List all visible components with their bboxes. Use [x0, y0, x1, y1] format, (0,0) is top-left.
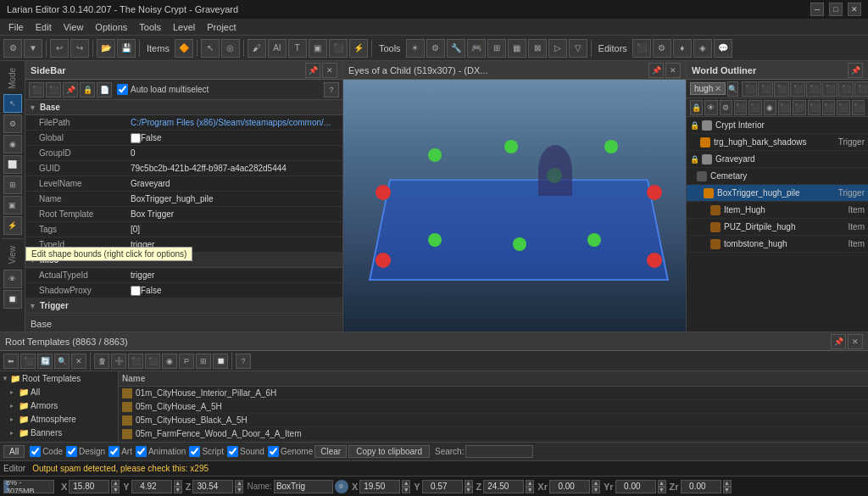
prop-global-cb[interactable] — [131, 133, 141, 143]
handle-red-4[interactable] — [647, 253, 662, 268]
prop-filepath-value[interactable]: C:/Program Files (x86)/Steam/steamapps/c… — [127, 118, 342, 127]
coord-x2-up[interactable]: ▲ — [402, 480, 410, 487]
prop-tags-value[interactable]: [0] — [127, 225, 342, 234]
filter-animation[interactable]: Animation — [136, 446, 186, 457]
search-tag-close[interactable]: ✕ — [715, 84, 721, 93]
out-filter-1[interactable]: 🔒 — [690, 100, 703, 115]
out-icon-8[interactable]: ⬛ — [854, 81, 868, 97]
out-icon-3[interactable]: ⬛ — [774, 81, 789, 97]
coord-xr-up[interactable]: ▲ — [592, 480, 600, 487]
toolbar-t2[interactable]: ▣ — [309, 39, 327, 58]
coord-zr-up[interactable]: ▲ — [723, 480, 732, 487]
toolbar-ed3[interactable]: ♦ — [673, 39, 692, 58]
menu-project[interactable]: Project — [202, 21, 241, 33]
outliner-item-cryptinterior[interactable]: 🔒 Crypt Interior — [687, 117, 868, 134]
coord-yr-input[interactable] — [615, 480, 656, 493]
cb-sound[interactable] — [227, 446, 238, 457]
handle-green-2[interactable] — [504, 140, 518, 153]
toolbar-ed4[interactable]: ◈ — [693, 39, 712, 58]
sidebar-close[interactable]: ✕ — [322, 63, 337, 78]
coord-yr-down[interactable]: ▼ — [658, 487, 666, 493]
handle-green-1[interactable] — [428, 148, 442, 162]
handle-green-5[interactable] — [513, 237, 526, 251]
mode-btn-1[interactable]: ⚙ — [3, 114, 22, 133]
coord-xr-down[interactable]: ▼ — [592, 487, 600, 493]
prop-name-value[interactable]: BoxTrigger_hugh_pile — [127, 194, 342, 203]
coord-x2-input[interactable] — [359, 480, 400, 493]
out-icon-5[interactable]: ⬛ — [806, 81, 821, 97]
rt-btn-del[interactable]: 🗑 — [94, 354, 109, 369]
filter-design[interactable]: Design — [66, 446, 105, 457]
mode-btn-view1[interactable]: 👁 — [3, 270, 22, 288]
filter-sound[interactable]: Sound — [227, 446, 264, 457]
handle-green-4[interactable] — [428, 233, 442, 247]
rt-tree-all[interactable]: ▸ 📁 All — [0, 385, 118, 398]
menu-tools[interactable]: Tools — [134, 21, 166, 33]
clear-button[interactable]: Clear — [314, 445, 347, 458]
log-search-input[interactable] — [465, 445, 533, 458]
handle-green-3[interactable] — [604, 140, 618, 153]
prop-shadowproxy-value[interactable]: False — [127, 286, 342, 296]
rt-btn-2[interactable]: ⬛ — [20, 354, 36, 369]
toolbar-save[interactable]: 💾 — [117, 39, 136, 58]
minimize-button[interactable]: ─ — [810, 3, 824, 16]
outliner-search-btn[interactable]: 🔍 — [727, 81, 738, 97]
outliner-pin[interactable]: 📌 — [848, 63, 863, 78]
toolbar-tool5[interactable]: ▦ — [508, 39, 526, 58]
coord-y2-input[interactable] — [422, 480, 463, 493]
coord-x-input[interactable] — [69, 480, 109, 493]
cb-art[interactable] — [108, 446, 120, 457]
rt-list-item-2[interactable]: 05m_CityHouse_A_5H — [119, 400, 868, 414]
mode-btn-6[interactable]: ⚡ — [3, 216, 22, 235]
cb-code[interactable] — [30, 446, 41, 457]
close-button[interactable]: ✕ — [848, 3, 861, 16]
log-tab-all[interactable]: All — [3, 445, 25, 458]
out-icon-2[interactable]: ⬛ — [758, 81, 773, 97]
coord-z2-up[interactable]: ▲ — [526, 480, 534, 487]
rt-btn-5[interactable]: ✕ — [71, 354, 86, 369]
mode-btn-3[interactable]: ⬜ — [3, 155, 22, 174]
menu-file[interactable]: File — [3, 21, 29, 33]
rt-col-name[interactable]: Name — [122, 374, 145, 383]
name-icon[interactable]: ⊕ — [335, 480, 348, 493]
toolbar-ai[interactable]: AI — [268, 39, 287, 58]
toolbar-paint[interactable]: 🖌 — [248, 39, 266, 58]
outliner-item-cemetary[interactable]: Cemetary — [687, 168, 868, 185]
mode-btn-4[interactable]: ⊞ — [3, 176, 22, 194]
coord-x2-down[interactable]: ▼ — [402, 487, 410, 493]
name-input[interactable] — [274, 480, 333, 493]
rt-list-item-1[interactable]: 01m_CityHouse_Interior_Pillar_A_6H — [119, 387, 868, 400]
toolbar-t1[interactable]: T — [288, 39, 307, 58]
rt-btn-add[interactable]: ➕ — [111, 354, 126, 369]
rt-pin[interactable]: 📌 — [831, 334, 846, 349]
mode-btn-2[interactable]: ◉ — [3, 135, 22, 153]
coord-xr-input[interactable] — [549, 480, 590, 493]
outliner-item-dirtpile[interactable]: PUZ_Dirtpile_hugh Item — [687, 219, 868, 236]
prop-groupid-value[interactable]: 0 — [127, 148, 342, 158]
coord-y-up[interactable]: ▲ — [174, 480, 182, 487]
rt-btn-3[interactable]: 🔄 — [37, 354, 53, 369]
rt-tree-armors[interactable]: ▸ 📁 Armors — [0, 398, 118, 412]
coord-zr-input[interactable] — [681, 480, 721, 493]
out-filter-4[interactable]: ⬛ — [734, 100, 747, 115]
toolbar-ed1[interactable]: ⬛ — [632, 39, 651, 58]
outliner-item-tombstone[interactable]: tombstone_hugh Item — [687, 236, 868, 253]
maximize-button[interactable]: □ — [829, 3, 843, 16]
rt-btn-help[interactable]: ? — [236, 354, 251, 369]
out-filter-7[interactable]: ⬛ — [778, 100, 791, 115]
toolbar-items-icon[interactable]: 🔶 — [175, 39, 193, 58]
filter-code[interactable]: Code — [30, 446, 63, 457]
menu-level[interactable]: Level — [168, 21, 200, 33]
out-filter-10[interactable]: ⬛ — [822, 100, 835, 115]
cb-genome[interactable] — [268, 446, 279, 457]
viewport-close[interactable]: ✕ — [665, 63, 681, 78]
toolbar-tool6[interactable]: ⊠ — [528, 39, 547, 58]
rt-list-item-4[interactable]: 05m_FarmFence_Wood_A_Door_4_A_Item — [119, 427, 868, 441]
mode-btn-view2[interactable]: 🔲 — [3, 290, 22, 309]
out-icon-1[interactable]: ⬛ — [742, 81, 757, 97]
copy-to-clipboard-button[interactable]: Copy to clipboard — [348, 445, 430, 458]
coord-x-down[interactable]: ▼ — [111, 487, 120, 493]
viewport-pin[interactable]: 📌 — [648, 63, 664, 78]
sb-help-btn[interactable]: ? — [324, 82, 339, 98]
handle-red-1[interactable] — [376, 185, 391, 200]
